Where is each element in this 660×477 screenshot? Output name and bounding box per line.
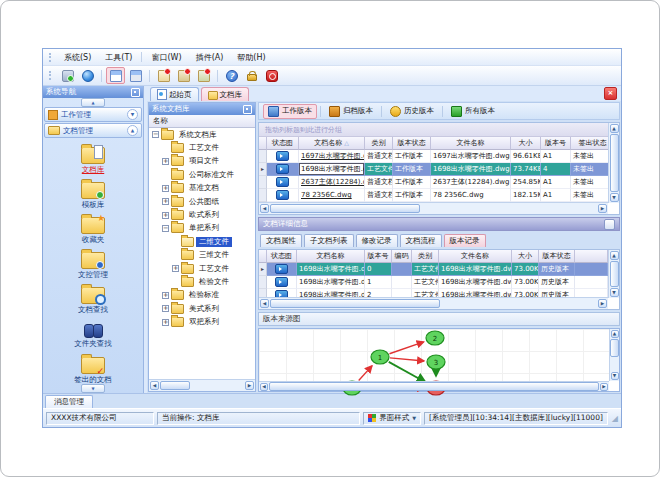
tree-item[interactable]: +欧式系列 [149, 208, 255, 221]
sidebar-item[interactable]: 收藏夹 [47, 213, 139, 248]
tree-horizontal-scrollbar[interactable]: ◀ ▶ [149, 379, 255, 391]
chevron-up-icon[interactable]: ▲ [81, 98, 105, 107]
tree-expand-icon[interactable]: + [162, 198, 169, 205]
column-header[interactable]: 大小 [511, 137, 541, 150]
message-open-button[interactable] [174, 67, 193, 84]
graph-horizontal-scrollbar[interactable]: ◀ ▶ [259, 381, 609, 391]
toolbar-grip[interactable] [49, 71, 54, 80]
tree-item[interactable]: 检验文件 [149, 275, 255, 288]
tree-item[interactable]: +双把系列 [149, 315, 255, 328]
sidebar-item[interactable]: 文件夹查找 [47, 318, 139, 353]
help-button[interactable]: ? [222, 67, 241, 84]
tree-item[interactable]: +检验标准 [149, 289, 255, 302]
column-header[interactable]: 类别 [412, 250, 439, 263]
column-header[interactable]: 版本号 [365, 250, 392, 263]
scroll-right-icon[interactable]: ▶ [598, 299, 607, 308]
column-header[interactable]: 文档名称 △ [299, 137, 365, 150]
column-header[interactable]: 大小 [512, 250, 539, 263]
detail-tab[interactable]: 修改记录 [356, 234, 398, 247]
sidebar-item[interactable]: 模板库 [47, 178, 139, 213]
detail-tab[interactable]: 子文档列表 [304, 234, 354, 247]
column-header[interactable]: 类别 [365, 137, 393, 150]
grid-vertical-scrollbar[interactable]: ▲ ▼ [608, 123, 619, 203]
scroll-right-icon[interactable]: ▶ [598, 204, 607, 213]
column-header[interactable]: 版本号 [541, 137, 571, 150]
scroll-left-icon[interactable]: ◀ [150, 381, 159, 390]
work-version-button[interactable]: 工作版本 [263, 104, 317, 119]
tree-collapse-icon[interactable]: − [162, 225, 169, 232]
interface-style-dropdown[interactable]: 界面样式 ▼ [363, 412, 421, 425]
main-tab[interactable]: 起始页 [150, 87, 199, 101]
column-header[interactable]: 版本状态 [539, 250, 575, 263]
globe-button[interactable] [78, 67, 97, 84]
chevron-up-icon[interactable]: ▲ [127, 125, 138, 136]
scroll-up-icon[interactable]: ▲ [611, 330, 619, 338]
graph-vertical-scrollbar[interactable]: ▲ ▼ [609, 329, 619, 381]
column-header[interactable]: 版本状态 [393, 137, 431, 150]
exit-button[interactable] [262, 67, 281, 84]
sidebar-item[interactable]: 签出的文档 [47, 353, 139, 388]
table-row[interactable]: 1698出水嘴零件图.dwg2工艺文件1698出水嘴零件图.dwg73.00KB… [259, 289, 608, 297]
table-row[interactable]: 78 2356C.dwg普通文档工作版本78 2356C.dwg182.15KB… [259, 189, 608, 202]
menu-item[interactable]: 窗口(W) [144, 52, 188, 63]
table-row[interactable]: ▸1698出水嘴零件图.dwg0工艺文件1698出水嘴零件图.dwg73.00K… [259, 263, 608, 276]
detail-tab[interactable]: 文档属性 [260, 234, 302, 247]
tree-expand-icon[interactable]: + [162, 158, 169, 165]
grid-horizontal-scrollbar[interactable]: ◀ ▶ [259, 297, 608, 309]
column-header[interactable]: 文件名称 [431, 137, 511, 150]
scroll-down-icon[interactable]: ▼ [610, 288, 619, 297]
scrollbar-thumb[interactable] [270, 204, 420, 213]
column-header[interactable]: 文件名称 [439, 250, 512, 263]
chevron-down-icon[interactable]: ▼ [81, 384, 105, 393]
chevron-down-icon[interactable]: ▼ [127, 109, 138, 120]
tree-expand-icon[interactable]: + [162, 319, 169, 326]
sidebar-item[interactable]: 文控管理 [47, 248, 139, 283]
detail-tab[interactable]: 版本记录 [444, 234, 486, 247]
grid-horizontal-scrollbar[interactable]: ◀ ▶ [259, 202, 608, 214]
display-settings-button[interactable] [58, 67, 77, 84]
tree-item[interactable]: 工艺文件 [149, 141, 255, 154]
history-version-button[interactable]: 历史版本 [385, 104, 439, 119]
table-row[interactable]: 1698出水嘴零件图.dwg1工艺文件1698出水嘴零件图.dwg73.00KB… [259, 276, 608, 289]
column-header[interactable]: 文档名称 [297, 250, 365, 263]
tree-expand-icon[interactable]: + [162, 212, 169, 219]
scroll-left-icon[interactable]: ◀ [260, 299, 269, 308]
table-row[interactable]: 2637主体(12284).dwg普通文档工作版本2637主体(12284).d… [259, 176, 608, 189]
pin-icon[interactable] [243, 105, 252, 114]
grid-vertical-scrollbar[interactable]: ▲ ▼ [608, 250, 619, 298]
group-by-band[interactable]: 拖动列标题到此进行分组 [259, 123, 608, 137]
tree-item[interactable]: −系统文档库 [149, 128, 255, 141]
column-header[interactable]: 状态图 [267, 250, 297, 263]
scrollbar-thumb[interactable] [160, 381, 190, 390]
version-graph[interactable]: 01234 [259, 329, 608, 405]
tree-item[interactable]: +基准文档 [149, 182, 255, 195]
scrollbar-thumb[interactable] [269, 382, 599, 391]
lock-button[interactable] [242, 67, 261, 84]
all-version-button[interactable]: 所有版本 [446, 104, 500, 119]
tree-expand-icon[interactable]: + [162, 292, 169, 299]
tree-item[interactable]: +公共图纸 [149, 195, 255, 208]
scroll-up-icon[interactable]: ▲ [610, 124, 619, 133]
menubar-grip[interactable] [49, 53, 54, 62]
menu-item[interactable]: 系统(S) [57, 52, 98, 63]
pin-icon[interactable] [131, 88, 140, 97]
sidebar-panel-work[interactable]: 工作管理 ▼ [44, 107, 142, 122]
scroll-left-icon[interactable]: ◀ [260, 383, 268, 391]
tree-item[interactable]: 公司标准文件 [149, 168, 255, 181]
column-header[interactable]: 状态图 [267, 137, 299, 150]
tree-expand-icon[interactable]: + [162, 305, 169, 312]
window-panel-button[interactable] [106, 67, 125, 84]
tree-item[interactable]: 二维文件 [149, 235, 255, 248]
tab-message-management[interactable]: 消息管理 [45, 395, 93, 408]
scrollbar-thumb[interactable] [610, 261, 619, 287]
scrollbar-thumb[interactable] [270, 299, 440, 308]
sidebar-panel-document[interactable]: 文档管理 ▲ [44, 123, 142, 138]
resize-grip[interactable]: ◢ [612, 414, 618, 423]
column-header[interactable]: 签出状态 [571, 137, 608, 150]
table-row[interactable]: 1697出水嘴零件图.dwg普通文档工作版本1697出水嘴零件图.dwg96.6… [259, 150, 608, 163]
tree-item[interactable]: 三维文件 [149, 249, 255, 262]
close-icon[interactable]: × [604, 87, 617, 100]
main-tab[interactable]: 文档库 [201, 87, 250, 101]
window-grid-button[interactable] [126, 67, 145, 84]
column-header[interactable]: 编码 [392, 250, 412, 263]
